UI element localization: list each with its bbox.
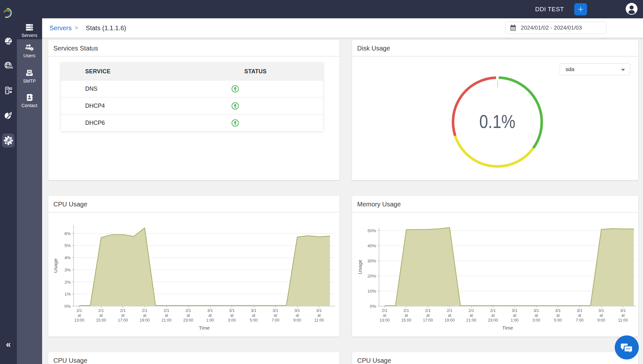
sidebar-item-users[interactable]: Users (17, 39, 42, 62)
status-up-icon (231, 119, 239, 127)
sidebar-item-ipam[interactable] (0, 86, 17, 95)
sidebar-item-label: Users (23, 53, 36, 58)
breadcrumb-link-servers[interactable]: Servers (50, 24, 72, 32)
table-row: DHCP4 (61, 97, 323, 114)
contact-book-icon (25, 93, 34, 102)
svg-text:2/1at23:00: 2/1at23:00 (183, 308, 193, 323)
disk-usage-card: Disk Usage sda 0.1% (352, 40, 638, 180)
svg-text:2%: 2% (64, 280, 71, 285)
breadcrumb: Servers > Stats (1.1.1.6) (50, 18, 126, 38)
chat-bubbles-icon (620, 343, 633, 355)
services-status-card: Services Status SERVICE STATUS DNS DHCP4… (48, 40, 340, 180)
table-row: DNS (61, 80, 323, 97)
svg-text:2/1at13:00: 2/1at13:00 (380, 308, 390, 323)
avatar[interactable] (626, 3, 638, 15)
settings-gear-wrench-icon (4, 136, 13, 145)
date-range-picker[interactable]: 2024/01/02 - 2024/01/03 (505, 22, 606, 34)
add-button[interactable] (574, 3, 587, 15)
main-content: Services Status SERVICE STATUS DNS DHCP4… (42, 38, 643, 364)
svg-text:3/1at5:00: 3/1at5:00 (554, 308, 562, 323)
sidebar-item-label: Servers (22, 33, 38, 38)
servers-stack-icon (25, 23, 34, 32)
svg-text:6%: 6% (64, 231, 71, 236)
svg-text:4%: 4% (64, 255, 71, 260)
svg-text:Time: Time (199, 325, 210, 331)
svg-text:3/1at11:00: 3/1at11:00 (618, 308, 628, 323)
svg-text:30%: 30% (367, 259, 376, 263)
svg-text:2/1at21:00: 2/1at21:00 (466, 308, 476, 323)
sidebar-item-contact[interactable]: Contact (17, 89, 42, 112)
collapse-sidebar-button[interactable]: « (0, 340, 17, 349)
status-up-icon (231, 102, 239, 110)
cpu-usage-card-bottom-left: CPU Usage (48, 352, 340, 364)
svg-text:2/1at19:00: 2/1at19:00 (140, 308, 149, 323)
cpu-usage-card: CPU Usage 0%1%2%3%4%5%6%2/1at13:002/1at1… (48, 196, 340, 337)
services-table: SERVICE STATUS DNS DHCP4 DHCP6 (61, 63, 323, 131)
svg-text:50%: 50% (367, 228, 376, 233)
service-name: DHCP4 (61, 103, 222, 109)
svg-text:2/1at17:00: 2/1at17:00 (118, 308, 128, 323)
svg-text:0%: 0% (370, 304, 376, 309)
column-header-status: STATUS (222, 68, 267, 75)
card-title: CPU Usage (352, 352, 638, 364)
cpu-usage-card-bottom-right: CPU Usage (352, 352, 638, 364)
svg-text:40%: 40% (367, 243, 376, 248)
sidebar-item-label: SMTP (23, 78, 36, 84)
svg-text:20%: 20% (367, 274, 376, 278)
services-table-header: SERVICE STATUS (61, 63, 323, 80)
svg-text:Usage: Usage (53, 259, 58, 273)
users-group-icon (25, 43, 34, 52)
svg-text:10%: 10% (367, 289, 376, 294)
card-title: CPU Usage (48, 352, 340, 364)
svg-text:2/1at17:00: 2/1at17:00 (423, 308, 433, 323)
memory-usage-card: Memory Usage 0%10%20%30%40%50%2/1at13:00… (352, 196, 638, 337)
sidebar-item-servers[interactable]: Servers (17, 18, 42, 39)
svg-text:1%: 1% (64, 292, 71, 296)
dns-globe-icon: DNS (4, 61, 13, 70)
plus-icon (578, 7, 583, 12)
svg-text:3/1at5:00: 3/1at5:00 (250, 308, 258, 323)
svg-text:0%: 0% (64, 304, 71, 309)
svg-text:2/1at19:00: 2/1at19:00 (445, 308, 455, 323)
chat-button[interactable] (615, 335, 639, 359)
sidebar-item-dashboard[interactable] (0, 37, 17, 45)
card-title: Services Status (48, 40, 340, 52)
ipam-tree-icon (5, 86, 13, 95)
user-avatar-icon (626, 3, 638, 15)
date-range-value: 2024/01/02 - 2024/01/03 (521, 25, 582, 31)
icon-rail: DNS (0, 0, 17, 364)
top-bar: DDI TEST (0, 0, 643, 18)
sidebar-item-settings[interactable] (2, 133, 14, 148)
svg-text:3/1at3:00: 3/1at3:00 (228, 308, 236, 323)
svg-text:2/1at23:00: 2/1at23:00 (488, 308, 498, 323)
memory-usage-chart: 0%10%20%30%40%50%2/1at13:002/1at15:002/1… (352, 196, 638, 337)
svg-text:Usage: Usage (357, 260, 363, 274)
column-header-service: SERVICE (61, 68, 222, 75)
service-name: DNS (61, 86, 222, 92)
service-name: DHCP6 (61, 120, 222, 126)
gauge-value-label: 0.1% (470, 111, 525, 132)
svg-text:2/1at15:00: 2/1at15:00 (401, 308, 411, 323)
disk-usage-gauge (352, 40, 638, 180)
svg-text:Time: Time (502, 325, 513, 331)
card-separator (49, 56, 339, 57)
analytics-pie-icon (4, 111, 13, 120)
svg-text:2/1at21:00: 2/1at21:00 (161, 308, 171, 323)
sidebar-item-smtp[interactable]: SMTP (17, 65, 42, 88)
sidebar-item-dns[interactable]: DNS (0, 61, 17, 70)
table-row: DHCP6 (61, 114, 323, 131)
workspace-label: DDI TEST (535, 6, 564, 13)
svg-text:DNS: DNS (7, 66, 13, 69)
svg-text:5%: 5% (64, 243, 71, 248)
status-up-icon (231, 85, 239, 93)
svg-text:3/1at7:00: 3/1at7:00 (576, 308, 584, 323)
svg-text:3/1at9:00: 3/1at9:00 (597, 308, 605, 323)
cpu-usage-chart: 0%1%2%3%4%5%6%2/1at13:002/1at15:002/1at1… (48, 196, 340, 337)
svg-text:3/1at1:00: 3/1at1:00 (511, 308, 519, 323)
svg-text:3/1at11:00: 3/1at11:00 (314, 308, 324, 323)
breadcrumb-separator: > (75, 25, 78, 31)
breadcrumb-bar: Servers > Stats (1.1.1.6) 2024/01/02 - 2… (42, 18, 643, 38)
sidebar-item-analytics[interactable] (0, 111, 17, 120)
calendar-icon (510, 24, 517, 32)
breadcrumb-current: Stats (1.1.1.6) (86, 24, 126, 32)
